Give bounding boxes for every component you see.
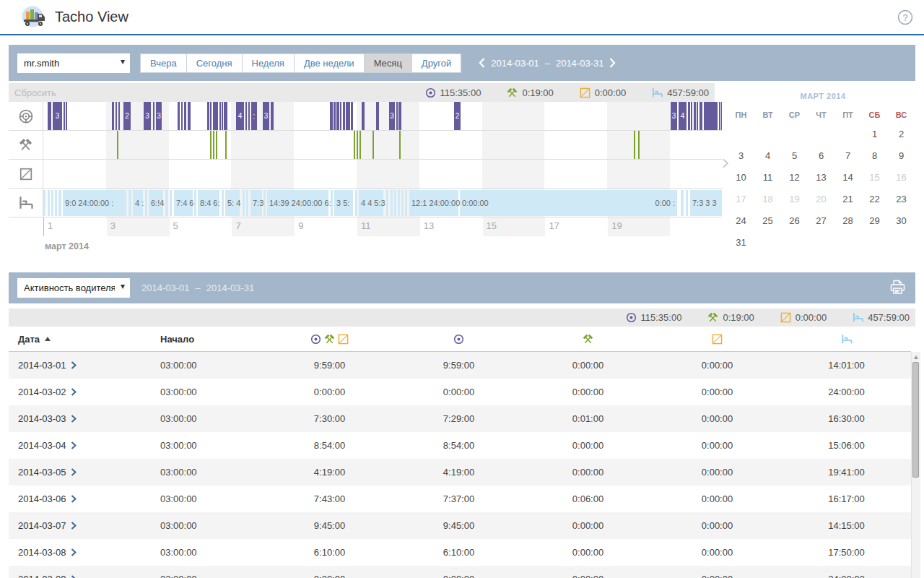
table-row[interactable]: 2014-03-0103:00:009:59:009:59:000:00:000… bbox=[9, 352, 911, 379]
row-expand-icon[interactable] bbox=[71, 361, 77, 369]
range-button[interactable]: Вчера bbox=[140, 53, 187, 73]
calendar-day[interactable]: 24 bbox=[728, 210, 754, 231]
availability-total-value: 0:00:00 bbox=[595, 87, 626, 98]
table-row[interactable]: 2014-03-0703:00:009:45:009:45:000:00:000… bbox=[9, 512, 911, 539]
calendar-day[interactable]: 26 bbox=[781, 210, 808, 231]
calendar-day[interactable]: 11 bbox=[754, 166, 781, 188]
row-expand-icon[interactable] bbox=[71, 388, 77, 396]
range-button[interactable]: Неделя bbox=[243, 53, 295, 73]
driving-total: 115:35:00 bbox=[626, 312, 682, 323]
calendar-day[interactable]: 31 bbox=[728, 231, 754, 253]
rest-period-bar bbox=[128, 190, 131, 216]
row-expand-icon[interactable] bbox=[71, 441, 77, 449]
row-availability-value: 0:00:00 bbox=[653, 574, 782, 578]
row-expand-icon[interactable] bbox=[71, 495, 77, 503]
calendar-day[interactable]: 30 bbox=[888, 210, 915, 231]
calendar-day[interactable]: 21 bbox=[834, 188, 861, 210]
calendar-day[interactable]: 29 bbox=[861, 210, 888, 231]
row-date-value: 2014-03-06 bbox=[18, 493, 66, 504]
work-icon bbox=[324, 334, 335, 345]
calendar-day[interactable]: 25 bbox=[754, 210, 781, 231]
row-driving-value: 7:37:00 bbox=[394, 493, 523, 504]
calendar-day[interactable]: 7 bbox=[834, 144, 861, 166]
calendar-day[interactable]: 27 bbox=[808, 210, 834, 231]
table-row[interactable]: 2014-03-0503:00:004:19:004:19:000:00:000… bbox=[9, 459, 911, 486]
table-row[interactable]: 2014-03-0203:00:000:00:000:00:000:00:000… bbox=[9, 379, 911, 405]
driving-period-bar bbox=[219, 102, 221, 130]
row-start-value: 03:00:00 bbox=[153, 467, 265, 478]
column-header-work[interactable] bbox=[523, 334, 653, 345]
driving-period-bar bbox=[396, 102, 398, 130]
column-header-work-total[interactable] bbox=[265, 334, 394, 345]
next-range-icon[interactable] bbox=[609, 58, 616, 68]
row-expand-icon[interactable] bbox=[71, 415, 77, 423]
table-row[interactable]: 2014-03-0303:00:007:30:007:29:000:01:000… bbox=[9, 405, 911, 432]
driver-select[interactable]: mr.smith bbox=[17, 53, 130, 73]
report-type-select[interactable]: Активность водителя bbox=[17, 278, 130, 298]
calendar-day[interactable]: 6 bbox=[808, 144, 834, 166]
prev-range-icon[interactable] bbox=[479, 58, 485, 68]
table-row[interactable]: 2014-03-0903:00:000:00:000:00:000:00:000… bbox=[9, 566, 911, 578]
calendar-day[interactable]: 3 bbox=[728, 144, 754, 166]
chart-month-label: март 2014 bbox=[45, 241, 722, 251]
calendar-day[interactable]: 12 bbox=[781, 166, 808, 188]
scrollbar-up-icon[interactable] bbox=[914, 355, 918, 359]
calendar-day[interactable]: 1 bbox=[861, 123, 888, 144]
driving-period-bar bbox=[694, 102, 696, 130]
table-row[interactable]: 2014-03-0803:00:006:10:006:10:000:00:000… bbox=[9, 539, 911, 566]
driving-period-bar: 4 bbox=[236, 102, 244, 130]
calendar-day[interactable]: 4 bbox=[754, 144, 781, 166]
driving-total-value: 115:35:00 bbox=[440, 87, 481, 98]
calendar-day[interactable]: 9 bbox=[888, 144, 915, 166]
range-button[interactable]: Сегодня bbox=[187, 53, 243, 73]
table-row[interactable]: 2014-03-0603:00:007:43:007:37:000:06:000… bbox=[9, 486, 911, 512]
column-header-driving[interactable] bbox=[394, 334, 523, 345]
range-button[interactable]: Другой bbox=[412, 53, 461, 73]
row-total-value: 8:54:00 bbox=[265, 440, 394, 451]
calendar-day[interactable]: 22 bbox=[861, 188, 888, 210]
day-tick-label: 1 bbox=[48, 220, 53, 231]
reset-button[interactable]: Сбросить bbox=[14, 87, 56, 98]
calendar-day[interactable]: 14 bbox=[834, 166, 861, 188]
calendar-day[interactable]: 5 bbox=[781, 144, 808, 166]
row-expand-icon[interactable] bbox=[71, 468, 77, 476]
range-button[interactable]: Две недели bbox=[295, 53, 365, 73]
calendar-day[interactable]: 2 bbox=[888, 123, 915, 144]
table-scrollbar[interactable] bbox=[911, 352, 920, 578]
driving-period-bar bbox=[118, 102, 120, 130]
rest-icon bbox=[853, 312, 863, 323]
driving-period-bar bbox=[178, 102, 180, 130]
rest-period-bar: 5: 4 bbox=[225, 190, 240, 216]
help-icon[interactable]: ? bbox=[897, 9, 913, 25]
row-date-value: 2014-03-07 bbox=[18, 520, 66, 531]
driving-period-bar bbox=[248, 102, 250, 130]
calendar-day[interactable]: 13 bbox=[808, 166, 834, 188]
column-header-date[interactable]: Дата bbox=[9, 334, 153, 345]
rest-icon bbox=[652, 87, 663, 98]
availability-total: 0:00:00 bbox=[780, 312, 827, 323]
row-start-value: 03:00:00 bbox=[153, 413, 265, 424]
row-start-value: 03:00:00 bbox=[153, 520, 265, 531]
column-header-availability[interactable] bbox=[653, 334, 782, 345]
row-rest-value: 16:17:00 bbox=[782, 493, 911, 504]
row-expand-icon[interactable] bbox=[71, 575, 77, 578]
column-header-start[interactable]: Начало bbox=[153, 334, 265, 345]
table-stats-bar: 115:35:000:19:000:00:00457:59:00 bbox=[9, 309, 915, 327]
table-row[interactable]: 2014-03-0403:00:008:54:008:54:000:00:000… bbox=[9, 432, 911, 459]
print-button[interactable] bbox=[889, 279, 907, 298]
calendar-day[interactable]: 8 bbox=[861, 144, 888, 166]
calendar-day[interactable]: 23 bbox=[888, 188, 915, 210]
column-header-rest[interactable] bbox=[782, 334, 911, 345]
row-expand-icon[interactable] bbox=[71, 548, 77, 556]
calendar-collapse-icon[interactable] bbox=[722, 158, 729, 171]
availability-row-plot bbox=[43, 160, 722, 188]
row-expand-icon[interactable] bbox=[71, 522, 77, 530]
range-button[interactable]: Месяц bbox=[365, 53, 412, 73]
work-period-line bbox=[634, 131, 635, 159]
row-rest-value: 17:50:00 bbox=[782, 547, 911, 558]
driving-period-bar bbox=[343, 102, 345, 130]
calendar-day[interactable]: 10 bbox=[728, 166, 754, 188]
driving-icon bbox=[310, 334, 321, 345]
scrollbar-thumb[interactable] bbox=[912, 362, 919, 478]
calendar-day[interactable]: 28 bbox=[834, 210, 861, 231]
